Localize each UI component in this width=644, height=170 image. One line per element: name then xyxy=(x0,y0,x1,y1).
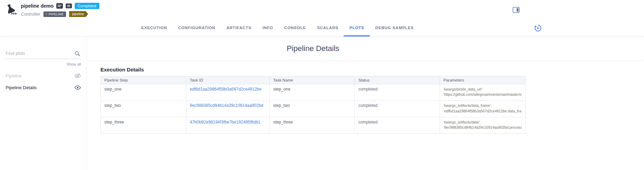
cell-status: completed xyxy=(355,84,440,101)
sidebar-item-pipeline-details[interactable]: Pipeline Details xyxy=(6,82,81,93)
content-area: Show all Pipeline Pipeline Details xyxy=(0,36,644,170)
param-key: 'kwargs_artifacts/data': xyxy=(443,120,522,125)
col-header-pipeline-step: Pipeline Step xyxy=(101,76,186,84)
table-row: step_two 9ec988385cd94b14a39c10914aa902b… xyxy=(101,101,525,117)
cell-task-name: step_two xyxy=(270,101,355,117)
col-header-parameters: Parameters xyxy=(440,76,525,84)
col-header-task-name: Task Name xyxy=(270,76,355,84)
cell-parameters: 'kwargs_artifacts/data_frame': 'edf6d1aa… xyxy=(440,101,525,117)
cell-step: step_two xyxy=(101,101,186,117)
tab-info[interactable]: INFO xyxy=(257,20,279,36)
tab-configuration[interactable]: CONFIGURATION xyxy=(173,20,221,36)
pipeline-title: pipeline demo xyxy=(21,3,54,9)
project-tag: pipeline xyxy=(69,11,88,17)
controller-label: Controller xyxy=(21,11,40,17)
eye-off-icon[interactable] xyxy=(74,73,81,78)
sidebar-item-pipeline[interactable]: Pipeline xyxy=(6,70,81,82)
description-icon[interactable] xyxy=(56,3,63,9)
sidebar-item-label: Pipeline xyxy=(6,73,22,78)
param-key: 'kwargs/pickle_data_url': xyxy=(443,87,522,92)
plot-title: Pipeline Details xyxy=(100,44,525,53)
find-plots-input[interactable] xyxy=(6,49,81,59)
pipeline-type-label: PIPELINE xyxy=(49,12,64,16)
col-header-status: Status xyxy=(355,76,440,84)
task-id-link[interactable]: 9ec988385cd94b14a39c10914aa902bd xyxy=(190,103,266,108)
tab-console[interactable]: CONSOLE xyxy=(279,20,311,36)
task-id-link[interactable]: edf6d1aa29864f58b3a567d2ce4912be xyxy=(190,87,266,92)
app-window: pipeline demo ID Completed Controller › … xyxy=(0,0,644,170)
pipeline-type-badge: › PIPELINE xyxy=(43,11,66,17)
show-all-link[interactable]: Show all xyxy=(6,62,81,66)
table-row: step_three 47b0b92e98194f3fbe7be192485f6… xyxy=(101,117,525,133)
eye-icon[interactable] xyxy=(74,85,81,90)
tab-debug-samples[interactable]: DEBUG SAMPLES xyxy=(370,20,419,36)
header-titles: pipeline demo ID Completed Controller › … xyxy=(21,2,99,18)
cell-step: step_three xyxy=(101,117,186,133)
tab-execution[interactable]: EXECUTION xyxy=(136,20,172,36)
auto-refresh-icon[interactable] xyxy=(534,24,542,34)
execution-details-card: Execution Details Pipeline Step Task ID … xyxy=(100,67,525,134)
cell-task-name: step_three xyxy=(270,117,355,133)
id-badge[interactable]: ID xyxy=(66,3,72,8)
section-title: Execution Details xyxy=(100,67,525,73)
status-badge: Completed xyxy=(75,3,99,9)
table-row: step_one edf6d1aa29864f58b3a567d2ce4912b… xyxy=(101,84,525,101)
plot-main-area: Pipeline Details Execution Details Pipel… xyxy=(87,36,644,170)
task-id-link[interactable]: 47b0b92e98194f3fbe7be192485f6db1 xyxy=(190,120,266,125)
chevron-right-icon: › xyxy=(46,12,47,16)
param-value: 'edf6d1aa29864f58b3a567d2ce4912be.data_f… xyxy=(443,109,522,114)
tab-artifacts[interactable]: ARTIFACTS xyxy=(221,20,257,36)
plot-list: Pipeline Pipeline Details xyxy=(6,70,81,93)
flask-logo-icon xyxy=(4,3,18,17)
param-value: 'https://github.com/allegroai/events/raw… xyxy=(443,92,522,97)
cell-status: completed xyxy=(355,117,440,133)
side-panel-toggle-icon[interactable] xyxy=(513,7,520,14)
tab-bar: EXECUTION CONFIGURATION ARTIFACTS INFO C… xyxy=(0,20,644,36)
col-header-task-id: Task ID xyxy=(186,76,270,84)
execution-details-table: Pipeline Step Task ID Task Name Status P… xyxy=(100,76,525,134)
param-value: '9ec988385cd94b14a39c10914aa902bd.proces… xyxy=(443,125,522,130)
cell-parameters: 'kwargs_artifacts/data': '9ec988385cd94b… xyxy=(440,117,525,133)
cell-status: completed xyxy=(355,101,440,117)
param-key: 'kwargs_artifacts/data_frame': xyxy=(443,103,522,108)
plots-sidebar: Show all Pipeline Pipeline Details xyxy=(0,36,87,170)
tab-scalars[interactable]: SCALARS xyxy=(311,20,344,36)
sidebar-item-label: Pipeline Details xyxy=(6,85,37,90)
search-icon[interactable] xyxy=(74,51,80,58)
clearml-logo-icon[interactable] xyxy=(3,2,19,18)
cell-step: step_one xyxy=(101,84,186,101)
title-divider xyxy=(87,60,644,60)
top-header: pipeline demo ID Completed Controller › … xyxy=(0,0,644,20)
search-field-wrap xyxy=(6,49,81,59)
cell-parameters: 'kwargs/pickle_data_url': 'https://githu… xyxy=(440,84,525,101)
cell-task-name: step_one xyxy=(270,84,355,101)
table-header-row: Pipeline Step Task ID Task Name Status P… xyxy=(101,76,525,84)
tabs-group: EXECUTION CONFIGURATION ARTIFACTS INFO C… xyxy=(0,20,600,36)
tab-plots[interactable]: PLOTS xyxy=(344,20,369,36)
